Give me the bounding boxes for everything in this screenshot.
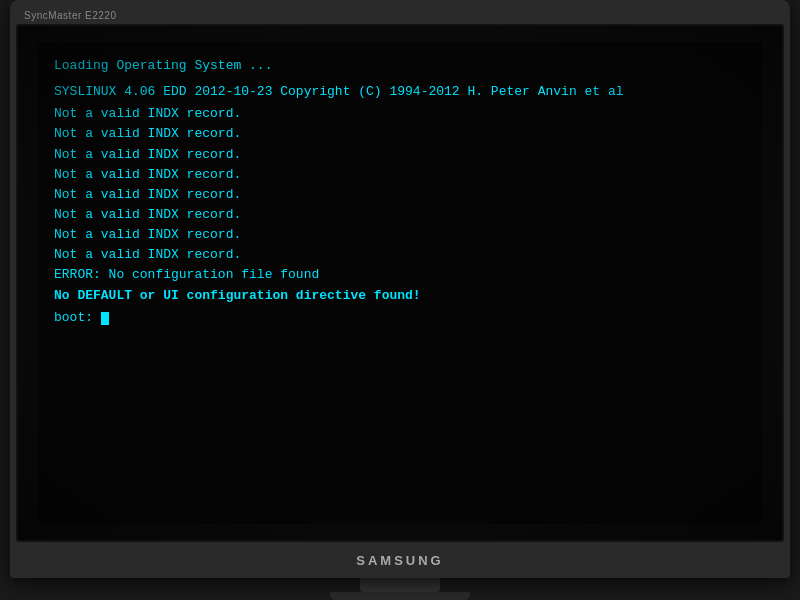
monitor: SyncMaster E2220 Loading Operating Syste…: [10, 0, 790, 578]
terminal-indx-line: Not a valid INDX record.: [54, 145, 746, 165]
terminal-cursor: [101, 312, 109, 325]
terminal-boot-line: boot:: [54, 308, 746, 328]
screen: Loading Operating System ... SYSLINUX 4.…: [16, 24, 784, 542]
terminal-indx-line: Not a valid INDX record.: [54, 245, 746, 265]
terminal-indx-line: Not a valid INDX record.: [54, 185, 746, 205]
terminal-nodefault-line: No DEFAULT or UI configuration directive…: [54, 286, 746, 306]
terminal-indx-line: Not a valid INDX record.: [54, 225, 746, 245]
terminal-error-line: ERROR: No configuration file found: [54, 265, 746, 285]
terminal-indx-line: Not a valid INDX record.: [54, 205, 746, 225]
terminal-indx-line: Not a valid INDX record.: [54, 165, 746, 185]
terminal-syslinux-line: SYSLINUX 4.06 EDD 2012-10-23 Copyright (…: [54, 82, 746, 102]
terminal-indx-line: Not a valid INDX record.: [54, 124, 746, 144]
terminal-indx-line: Not a valid INDX record.: [54, 104, 746, 124]
terminal-loading-line: Loading Operating System ...: [54, 56, 746, 76]
screen-inner: Loading Operating System ... SYSLINUX 4.…: [38, 42, 762, 524]
monitor-stand: [360, 578, 440, 592]
samsung-logo: SAMSUNG: [356, 553, 443, 568]
monitor-brand-label: SyncMaster E2220: [24, 10, 117, 21]
monitor-bottom: SAMSUNG: [16, 546, 784, 574]
terminal-indx-lines: Not a valid INDX record.Not a valid INDX…: [54, 104, 746, 265]
monitor-top-bar: SyncMaster E2220: [16, 6, 784, 24]
monitor-base: [330, 592, 470, 600]
